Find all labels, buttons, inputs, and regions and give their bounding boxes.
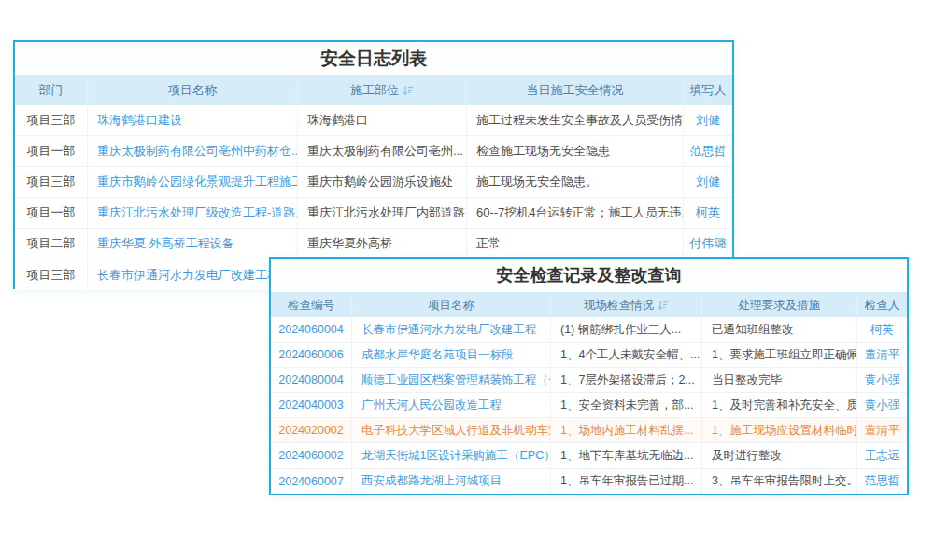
project-link[interactable]: 重庆华夏 外高桥工程设备 — [88, 229, 298, 259]
project-link[interactable]: 重庆江北污水处理厂级改造工程-道路... — [88, 198, 298, 229]
col-header-finding[interactable]: 现场检查情况 — [551, 293, 702, 317]
writer-link[interactable]: 刘健 — [684, 105, 732, 136]
table-row[interactable]: 2024020002 电子科技大学区域人行道及非机动车道工程 1、场地内施工材料… — [271, 418, 907, 443]
site-cell: 重庆市鹅岭公园游乐设施处 — [298, 167, 467, 198]
col-header-status[interactable]: 当日施工安全情况 — [467, 76, 684, 105]
table-row[interactable]: 项目一部 重庆太极制药有限公司亳州中药材仓... 重庆太极制药有限公司亳州...… — [15, 136, 732, 167]
action-cell: 1、施工现场应设置材料临时... — [702, 418, 857, 443]
status-cell: 检查施工现场无安全隐患 — [467, 136, 684, 167]
table-row[interactable]: 2024080004 顺德工业园区档案管理精装饰工程（一标段 1、7层外架搭设滞… — [271, 368, 907, 393]
dept-cell: 项目三部 — [15, 259, 88, 290]
table-row[interactable]: 2024060007 西安成都路龙湖上河城项目 1、吊车年审报告已过期... 3… — [271, 469, 907, 494]
finding-cell: 1、吊车年审报告已过期... — [551, 469, 702, 494]
action-cell: 1、要求施工班组立即正确佩... — [702, 343, 857, 368]
col-header-site[interactable]: 施工部位 — [298, 76, 467, 105]
project-link[interactable]: 西安成都路龙湖上河城项目 — [352, 469, 551, 494]
inspection-body: 2024060004 长春市伊通河水力发电厂改建工程 (1) 钢筋绑扎作业三人.… — [271, 317, 907, 494]
status-cell: 60--7挖机4台运转正常；施工人员无违... — [467, 198, 684, 229]
table-row[interactable]: 2024060002 龙湖天街城1区设计采购施工（EPC）总承 1、地下车库基坑… — [271, 443, 907, 469]
dept-cell: 项目二部 — [15, 229, 88, 259]
inspection-query-title: 安全检查记录及整改查询 — [271, 259, 907, 292]
project-link[interactable]: 广州天河人民公园改造工程 — [352, 393, 551, 418]
dept-cell: 项目三部 — [15, 105, 88, 136]
desktop: 安全日志列表 部门 项目名称 施工部位 当日施工安全情况 填写人 — [0, 0, 934, 560]
table-row[interactable]: 项目二部 重庆华夏 外高桥工程设备 重庆华夏外高桥 正常 付伟璐 — [15, 229, 732, 259]
check-no-link[interactable]: 2024060002 — [271, 443, 352, 469]
safety-log-header-row: 部门 项目名称 施工部位 当日施工安全情况 填写人 — [15, 75, 732, 105]
status-cell: 施工现场无安全隐患。 — [467, 167, 684, 198]
inspection-header-row: 检查编号 项目名称 现场检查情况 处理要求及措施 检查人 — [271, 292, 907, 317]
inspector-link[interactable]: 黄小强 — [857, 393, 907, 418]
col-header-writer[interactable]: 填写人 — [684, 76, 732, 105]
table-row[interactable]: 2024060004 长春市伊通河水力发电厂改建工程 (1) 钢筋绑扎作业三人.… — [271, 317, 907, 343]
action-cell: 当日整改完毕 — [702, 368, 857, 393]
check-no-link[interactable]: 2024060007 — [271, 469, 352, 494]
inspector-link[interactable]: 王志远 — [857, 443, 907, 469]
table-row[interactable]: 2024040003 广州天河人民公园改造工程 1、安全资料未完善，部... 1… — [271, 393, 907, 418]
action-cell: 及时进行整改 — [702, 443, 857, 469]
safety-log-title: 安全日志列表 — [15, 42, 732, 75]
table-row[interactable]: 项目三部 珠海鹤港口建设 珠海鹤港口 施工过程未发生安全事故及人员受伤情况 刘健 — [15, 105, 732, 136]
project-link[interactable]: 成都水岸华庭名苑项目一标段 — [352, 343, 551, 368]
inspector-link[interactable]: 柯英 — [857, 317, 907, 343]
project-link[interactable]: 长春市伊通河水力发电厂改建工程 — [352, 317, 551, 343]
col-header-dept[interactable]: 部门 — [15, 76, 88, 105]
finding-cell: 1、4个工人未戴安全帽、... — [551, 343, 702, 368]
finding-cell: 1、7层外架搭设滞后；2... — [551, 368, 702, 393]
safety-log-window: 安全日志列表 部门 项目名称 施工部位 当日施工安全情况 填写人 — [13, 40, 734, 289]
col-header-finding-label: 现场检查情况 — [584, 298, 654, 314]
writer-link[interactable]: 柯英 — [684, 198, 732, 229]
sort-icon[interactable] — [658, 300, 669, 311]
action-cell: 1、及时完善和补充安全、质... — [702, 393, 857, 418]
col-header-project[interactable]: 项目名称 — [88, 76, 298, 105]
dept-cell: 项目一部 — [15, 198, 88, 229]
inspector-link[interactable]: 范思哲 — [857, 469, 907, 494]
check-no-link[interactable]: 2024040003 — [271, 393, 352, 418]
project-link[interactable]: 电子科技大学区域人行道及非机动车道工程 — [352, 418, 551, 443]
project-link[interactable]: 珠海鹤港口建设 — [88, 105, 298, 136]
action-cell: 3、吊车年审报告限时上交。 — [702, 469, 857, 494]
action-cell: 已通知班组整改 — [702, 317, 857, 343]
status-cell: 正常 — [467, 229, 684, 259]
status-cell: 施工过程未发生安全事故及人员受伤情况 — [467, 105, 684, 136]
project-link[interactable]: 重庆太极制药有限公司亳州中药材仓... — [88, 136, 298, 167]
site-cell: 重庆太极制药有限公司亳州... — [298, 136, 467, 167]
writer-link[interactable]: 刘健 — [684, 167, 732, 198]
inspector-link[interactable]: 黄小强 — [857, 368, 907, 393]
col-header-project[interactable]: 项目名称 — [352, 293, 551, 317]
finding-cell: 1、场地内施工材料乱摆... — [551, 418, 702, 443]
col-header-site-label: 施工部位 — [350, 82, 399, 99]
table-row[interactable]: 2024060006 成都水岸华庭名苑项目一标段 1、4个工人未戴安全帽、...… — [271, 343, 907, 368]
site-cell: 珠海鹤港口 — [298, 105, 467, 136]
project-link[interactable]: 顺德工业园区档案管理精装饰工程（一标段 — [352, 368, 551, 393]
check-no-link[interactable]: 2024020002 — [271, 418, 352, 443]
inspection-query-window: 安全检查记录及整改查询 检查编号 项目名称 现场检查情况 处理要求及措施 检查人 — [269, 257, 909, 495]
project-link[interactable]: 长春市伊通河水力发电厂改建工程 — [88, 259, 298, 290]
writer-link[interactable]: 范思哲 — [684, 136, 732, 167]
writer-link[interactable]: 付伟璐 — [684, 229, 732, 259]
col-header-check-no[interactable]: 检查编号 — [271, 293, 352, 317]
finding-cell: (1) 钢筋绑扎作业三人... — [551, 317, 702, 343]
inspector-link[interactable]: 董清平 — [857, 343, 907, 368]
check-no-link[interactable]: 2024060006 — [271, 343, 352, 368]
check-no-link[interactable]: 2024060004 — [271, 317, 352, 343]
table-row[interactable]: 项目一部 重庆江北污水处理厂级改造工程-道路... 重庆江北污水处理厂内部道路 … — [15, 198, 732, 229]
finding-cell: 1、地下车库基坑无临边... — [551, 443, 702, 469]
table-row[interactable]: 项目三部 重庆市鹅岭公园绿化景观提升工程施工 重庆市鹅岭公园游乐设施处 施工现场… — [15, 167, 732, 198]
col-header-inspector[interactable]: 检查人 — [857, 293, 907, 317]
dept-cell: 项目三部 — [15, 167, 88, 198]
check-no-link[interactable]: 2024080004 — [271, 368, 352, 393]
project-link[interactable]: 龙湖天街城1区设计采购施工（EPC）总承 — [352, 443, 551, 469]
sort-icon[interactable] — [403, 85, 414, 96]
site-cell: 重庆江北污水处理厂内部道路 — [298, 198, 467, 229]
project-link[interactable]: 重庆市鹅岭公园绿化景观提升工程施工 — [88, 167, 298, 198]
site-cell: 重庆华夏外高桥 — [298, 229, 467, 259]
dept-cell: 项目一部 — [15, 136, 88, 167]
col-header-action[interactable]: 处理要求及措施 — [702, 293, 857, 317]
inspector-link[interactable]: 董清平 — [857, 418, 907, 443]
finding-cell: 1、安全资料未完善，部... — [551, 393, 702, 418]
